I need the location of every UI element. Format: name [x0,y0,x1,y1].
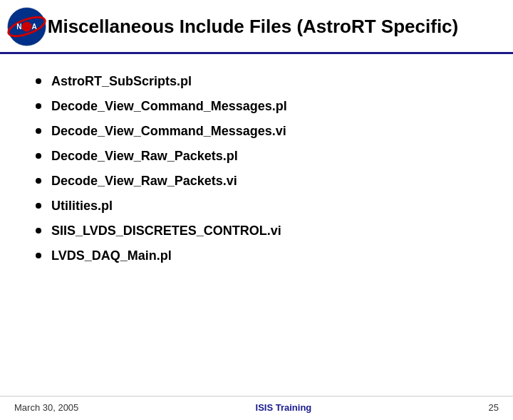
slide-header: NASA Miscellaneous Include Files (AstroR… [0,0,513,54]
bullet-dot [36,253,41,258]
list-item: Decode_View_Command_Messages.pl [36,99,484,114]
list-item-text: Decode_View_Command_Messages.vi [51,124,286,139]
footer-page: 25 [489,402,499,413]
slide-footer: March 30, 2005 ISIS Training 25 [0,396,513,420]
list-item-text: LVDS_DAQ_Main.pl [51,248,172,263]
bullet-dot [36,203,41,209]
list-item: Utilities.pl [36,199,484,214]
list-item-text: Decode_View_Raw_Packets.pl [51,149,238,164]
list-item: Decode_View_Command_Messages.vi [36,124,484,139]
list-item: Decode_View_Raw_Packets.pl [36,149,484,164]
bullet-dot [36,153,41,159]
bullet-dot [36,78,41,84]
logo: NASA [7,7,46,46]
slide-content: AstroRT_SubScripts.plDecode_View_Command… [0,54,513,396]
slide-title: Miscellaneous Include Files (AstroRT Spe… [46,16,499,38]
bullet-dot [36,128,41,134]
bullet-dot [36,178,41,184]
bullet-dot [36,103,41,109]
svg-point-3 [22,22,32,32]
list-item: AstroRT_SubScripts.pl [36,74,484,89]
list-item: LVDS_DAQ_Main.pl [36,248,484,263]
footer-date: March 30, 2005 [14,402,78,413]
list-item-text: Utilities.pl [51,199,113,214]
list-item-text: Decode_View_Raw_Packets.vi [51,174,237,189]
slide: NASA Miscellaneous Include Files (AstroR… [0,0,513,420]
list-item-text: SIIS_LVDS_DISCRETES_CONTROL.vi [51,224,281,238]
list-item-text: Decode_View_Command_Messages.pl [51,99,287,114]
footer-title: ISIS Training [256,402,312,413]
bullet-list: AstroRT_SubScripts.plDecode_View_Command… [36,74,484,263]
bullet-dot [36,228,41,233]
list-item: SIIS_LVDS_DISCRETES_CONTROL.vi [36,224,484,238]
list-item-text: AstroRT_SubScripts.pl [51,74,192,89]
list-item: Decode_View_Raw_Packets.vi [36,174,484,189]
